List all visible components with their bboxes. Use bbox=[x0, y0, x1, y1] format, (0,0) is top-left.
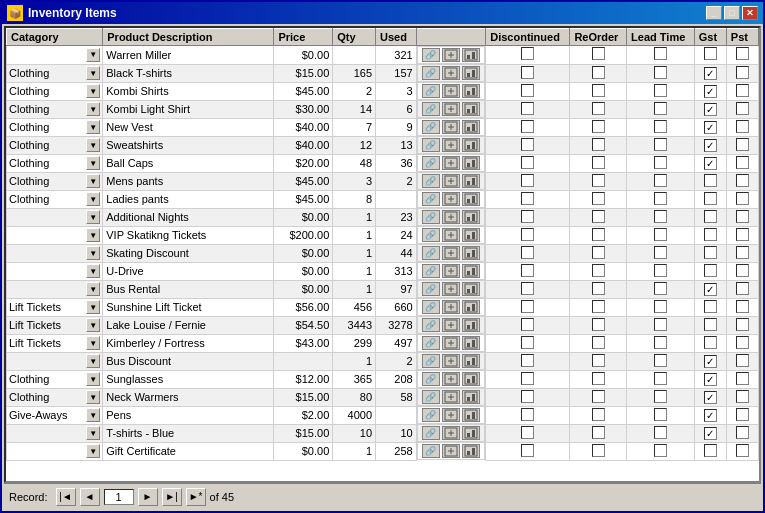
info-icon[interactable] bbox=[442, 66, 460, 80]
gst-checkbox[interactable] bbox=[704, 47, 717, 60]
leadtime-checkbox[interactable] bbox=[654, 102, 667, 115]
pst-checkbox[interactable] bbox=[736, 47, 749, 60]
leadtime-checkbox[interactable] bbox=[654, 390, 667, 403]
pst-checkbox[interactable] bbox=[736, 300, 749, 313]
category-dropdown-button[interactable]: ▼ bbox=[86, 156, 100, 170]
pst-checkbox[interactable] bbox=[736, 228, 749, 241]
gst-checkbox[interactable] bbox=[704, 246, 717, 259]
pst-checkbox[interactable] bbox=[736, 174, 749, 187]
gst-checkbox[interactable] bbox=[704, 210, 717, 223]
category-dropdown-button[interactable]: ▼ bbox=[86, 300, 100, 314]
edit-icon[interactable]: 🔗 bbox=[422, 84, 440, 98]
pst-checkbox[interactable] bbox=[736, 372, 749, 385]
edit-icon[interactable]: 🔗 bbox=[422, 48, 440, 62]
chart-icon[interactable] bbox=[462, 390, 480, 404]
gst-checkbox[interactable] bbox=[704, 192, 717, 205]
reorder-checkbox[interactable] bbox=[592, 264, 605, 277]
category-dropdown-button[interactable]: ▼ bbox=[86, 102, 100, 116]
info-icon[interactable] bbox=[442, 120, 460, 134]
nav-new-button[interactable]: ►* bbox=[186, 488, 206, 506]
chart-icon[interactable] bbox=[462, 246, 480, 260]
leadtime-checkbox[interactable] bbox=[654, 210, 667, 223]
discontinued-checkbox[interactable] bbox=[521, 210, 534, 223]
gst-checkbox[interactable] bbox=[704, 228, 717, 241]
category-dropdown-button[interactable]: ▼ bbox=[86, 354, 100, 368]
info-icon[interactable] bbox=[442, 192, 460, 206]
category-dropdown-button[interactable]: ▼ bbox=[86, 246, 100, 260]
leadtime-checkbox[interactable] bbox=[654, 192, 667, 205]
discontinued-checkbox[interactable] bbox=[521, 120, 534, 133]
chart-icon[interactable] bbox=[462, 48, 480, 62]
reorder-checkbox[interactable] bbox=[592, 426, 605, 439]
leadtime-checkbox[interactable] bbox=[654, 174, 667, 187]
leadtime-checkbox[interactable] bbox=[654, 264, 667, 277]
edit-icon[interactable]: 🔗 bbox=[422, 408, 440, 422]
category-dropdown-button[interactable]: ▼ bbox=[86, 444, 100, 458]
pst-checkbox[interactable] bbox=[736, 390, 749, 403]
pst-checkbox[interactable] bbox=[736, 156, 749, 169]
edit-icon[interactable]: 🔗 bbox=[422, 264, 440, 278]
reorder-checkbox[interactable] bbox=[592, 318, 605, 331]
discontinued-checkbox[interactable] bbox=[521, 47, 534, 60]
nav-first-button[interactable]: |◄ bbox=[56, 488, 76, 506]
reorder-checkbox[interactable] bbox=[592, 102, 605, 115]
edit-icon[interactable]: 🔗 bbox=[422, 336, 440, 350]
reorder-checkbox[interactable] bbox=[592, 300, 605, 313]
edit-icon[interactable]: 🔗 bbox=[422, 228, 440, 242]
edit-icon[interactable]: 🔗 bbox=[422, 444, 440, 458]
chart-icon[interactable] bbox=[462, 264, 480, 278]
edit-icon[interactable]: 🔗 bbox=[422, 66, 440, 80]
gst-checkbox[interactable] bbox=[704, 427, 717, 440]
gst-checkbox[interactable] bbox=[704, 67, 717, 80]
gst-checkbox[interactable] bbox=[704, 318, 717, 331]
reorder-checkbox[interactable] bbox=[592, 282, 605, 295]
category-dropdown-button[interactable]: ▼ bbox=[86, 426, 100, 440]
reorder-checkbox[interactable] bbox=[592, 444, 605, 457]
chart-icon[interactable] bbox=[462, 174, 480, 188]
reorder-checkbox[interactable] bbox=[592, 354, 605, 367]
info-icon[interactable] bbox=[442, 354, 460, 368]
pst-checkbox[interactable] bbox=[736, 264, 749, 277]
pst-checkbox[interactable] bbox=[736, 84, 749, 97]
info-icon[interactable] bbox=[442, 174, 460, 188]
edit-icon[interactable]: 🔗 bbox=[422, 282, 440, 296]
leadtime-checkbox[interactable] bbox=[654, 444, 667, 457]
reorder-checkbox[interactable] bbox=[592, 120, 605, 133]
edit-icon[interactable]: 🔗 bbox=[422, 174, 440, 188]
discontinued-checkbox[interactable] bbox=[521, 84, 534, 97]
leadtime-checkbox[interactable] bbox=[654, 354, 667, 367]
pst-checkbox[interactable] bbox=[736, 282, 749, 295]
discontinued-checkbox[interactable] bbox=[521, 426, 534, 439]
gst-checkbox[interactable] bbox=[704, 336, 717, 349]
edit-icon[interactable]: 🔗 bbox=[422, 120, 440, 134]
chart-icon[interactable] bbox=[462, 426, 480, 440]
edit-icon[interactable]: 🔗 bbox=[422, 354, 440, 368]
nav-next-button[interactable]: ► bbox=[138, 488, 158, 506]
gst-checkbox[interactable] bbox=[704, 174, 717, 187]
reorder-checkbox[interactable] bbox=[592, 336, 605, 349]
category-dropdown-button[interactable]: ▼ bbox=[86, 48, 100, 62]
chart-icon[interactable] bbox=[462, 408, 480, 422]
category-dropdown-button[interactable]: ▼ bbox=[86, 120, 100, 134]
leadtime-checkbox[interactable] bbox=[654, 318, 667, 331]
category-dropdown-button[interactable]: ▼ bbox=[86, 336, 100, 350]
info-icon[interactable] bbox=[442, 84, 460, 98]
chart-icon[interactable] bbox=[462, 156, 480, 170]
category-dropdown-button[interactable]: ▼ bbox=[86, 282, 100, 296]
discontinued-checkbox[interactable] bbox=[521, 156, 534, 169]
leadtime-checkbox[interactable] bbox=[654, 282, 667, 295]
chart-icon[interactable] bbox=[462, 192, 480, 206]
discontinued-checkbox[interactable] bbox=[521, 300, 534, 313]
discontinued-checkbox[interactable] bbox=[521, 246, 534, 259]
pst-checkbox[interactable] bbox=[736, 444, 749, 457]
chart-icon[interactable] bbox=[462, 318, 480, 332]
discontinued-checkbox[interactable] bbox=[521, 174, 534, 187]
category-dropdown-button[interactable]: ▼ bbox=[86, 318, 100, 332]
discontinued-checkbox[interactable] bbox=[521, 66, 534, 79]
info-icon[interactable] bbox=[442, 390, 460, 404]
gst-checkbox[interactable] bbox=[704, 300, 717, 313]
pst-checkbox[interactable] bbox=[736, 426, 749, 439]
category-dropdown-button[interactable]: ▼ bbox=[86, 84, 100, 98]
edit-icon[interactable]: 🔗 bbox=[422, 102, 440, 116]
info-icon[interactable] bbox=[442, 156, 460, 170]
